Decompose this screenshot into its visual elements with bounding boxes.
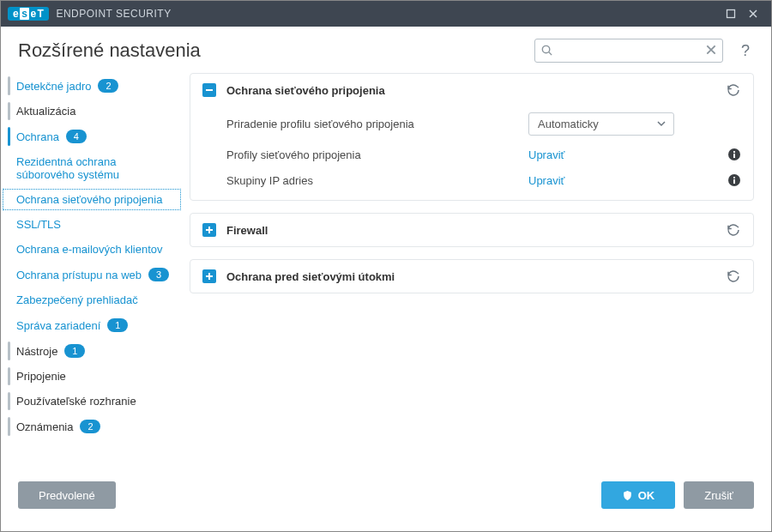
badge: 2 bbox=[98, 79, 118, 93]
rail bbox=[8, 392, 10, 410]
info-icon[interactable] bbox=[727, 173, 741, 187]
setting-label: Priradenie profilu sieťového pripojenia bbox=[226, 118, 518, 130]
sidebar-item-label: Oznámenia bbox=[16, 420, 73, 433]
help-button[interactable]: ? bbox=[737, 42, 754, 60]
edit-link[interactable]: Upraviť bbox=[528, 148, 564, 161]
rail bbox=[8, 342, 10, 360]
rail bbox=[8, 102, 10, 120]
svg-rect-8 bbox=[733, 179, 735, 184]
setting-label: Profily sieťového pripojenia bbox=[226, 148, 518, 161]
setting-row: Profily sieťového pripojeniaUpraviť bbox=[226, 142, 741, 167]
panel-network-protection: Ochrana sieťového pripojenia Priradenie … bbox=[190, 73, 754, 201]
sidebar-item-label: Používateľské rozhranie bbox=[16, 395, 136, 408]
sidebar: Detekčné jadro2AktualizáciaOchrana4Rezid… bbox=[1, 70, 183, 471]
setting-label: Skupiny IP adries bbox=[226, 174, 518, 187]
edit-link[interactable]: Upraviť bbox=[528, 174, 564, 187]
content: Ochrana sieťového pripojenia Priradenie … bbox=[183, 70, 771, 471]
badge: 1 bbox=[64, 344, 85, 358]
badge: 4 bbox=[66, 130, 87, 143]
panel-header[interactable]: Firewall bbox=[190, 214, 753, 246]
cancel-button[interactable]: Zrušiť bbox=[684, 481, 754, 509]
panel-firewall: Firewall bbox=[190, 213, 754, 247]
sidebar-item-label: Ochrana e-mailových klientov bbox=[16, 243, 163, 256]
sidebar-subitem-mail[interactable]: Ochrana e-mailových klientov bbox=[1, 237, 183, 262]
window-close-button[interactable] bbox=[742, 1, 764, 27]
window-maximize-button[interactable] bbox=[720, 1, 742, 27]
titlebar: eseT ENDPOINT SECURITY bbox=[1, 1, 771, 27]
svg-rect-13 bbox=[206, 275, 213, 277]
sidebar-item-label: Správa zariadení bbox=[16, 319, 100, 332]
sidebar-item-notif[interactable]: Oznámenia2 bbox=[1, 414, 183, 439]
rail bbox=[8, 127, 10, 146]
product-name: ENDPOINT SECURITY bbox=[56, 8, 171, 20]
panel-network-attack-protection: Ochrana pred sieťovými útokmi bbox=[190, 259, 754, 293]
shield-icon bbox=[622, 490, 633, 501]
sidebar-subitem-ssltls[interactable]: SSL/TLS bbox=[1, 212, 183, 237]
reset-icon[interactable] bbox=[726, 269, 741, 284]
select-value: Automaticky bbox=[538, 118, 599, 130]
sidebar-item-label: Detekčné jadro bbox=[16, 80, 91, 93]
sidebar-item-update[interactable]: Aktualizácia bbox=[1, 99, 183, 124]
svg-line-2 bbox=[549, 52, 552, 55]
defaults-button[interactable]: Predvolené bbox=[18, 481, 116, 509]
setting-row: Priradenie profilu sieťového pripojeniaA… bbox=[226, 106, 741, 142]
footer: Predvolené OK Zrušiť bbox=[1, 471, 771, 531]
svg-rect-3 bbox=[206, 89, 213, 91]
panel-title: Ochrana pred sieťovými útokmi bbox=[226, 270, 395, 283]
rail bbox=[8, 417, 10, 436]
sidebar-item-label: Zabezpečený prehliadač bbox=[16, 293, 138, 306]
header: Rozšírené nastavenia ? bbox=[1, 27, 771, 70]
svg-rect-5 bbox=[733, 154, 735, 158]
svg-rect-11 bbox=[206, 229, 213, 231]
sidebar-item-tools[interactable]: Nástroje1 bbox=[1, 338, 183, 364]
reset-icon[interactable] bbox=[726, 82, 741, 98]
setting-row: Skupiny IP adriesUpraviť bbox=[226, 167, 741, 193]
panel-title: Ochrana sieťového pripojenia bbox=[226, 84, 385, 97]
svg-point-1 bbox=[542, 45, 549, 52]
expand-icon bbox=[202, 223, 216, 237]
sidebar-item-label: SSL/TLS bbox=[16, 218, 61, 231]
sidebar-item-label: Rezidentná ochrana súborového systému bbox=[16, 155, 174, 181]
search-input[interactable] bbox=[534, 39, 723, 63]
chevron-down-icon bbox=[656, 118, 666, 129]
search-wrap bbox=[534, 39, 723, 63]
sidebar-item-detect[interactable]: Detekčné jadro2 bbox=[1, 73, 183, 99]
clear-search-icon[interactable] bbox=[705, 44, 717, 56]
sidebar-item-label: Ochrana sieťového pripojenia bbox=[16, 193, 162, 206]
page-title: Rozšírené nastavenia bbox=[18, 39, 521, 62]
window: eseT ENDPOINT SECURITY Rozšírené nastave… bbox=[0, 0, 772, 532]
sidebar-item-label: Pripojenie bbox=[16, 370, 66, 383]
search-icon bbox=[540, 44, 553, 57]
badge: 2 bbox=[80, 420, 100, 433]
sidebar-item-conn[interactable]: Pripojenie bbox=[1, 364, 183, 389]
ok-button[interactable]: OK bbox=[601, 481, 676, 509]
body: Detekčné jadro2AktualizáciaOchrana4Rezid… bbox=[1, 70, 771, 471]
sidebar-item-label: Ochrana bbox=[16, 130, 59, 143]
sidebar-subitem-devmgmt[interactable]: Správa zariadení1 bbox=[1, 312, 183, 338]
sidebar-subitem-web[interactable]: Ochrana prístupu na web3 bbox=[1, 262, 183, 287]
rail bbox=[8, 76, 10, 95]
sidebar-item-protect[interactable]: Ochrana4 bbox=[1, 124, 183, 149]
sidebar-subitem-browser[interactable]: Zabezpečený prehliadač bbox=[1, 287, 183, 312]
info-icon[interactable] bbox=[727, 148, 741, 161]
panel-title: Firewall bbox=[226, 224, 268, 237]
badge: 1 bbox=[107, 318, 128, 332]
ok-label: OK bbox=[638, 489, 655, 502]
panel-header[interactable]: Ochrana pred sieťovými útokmi bbox=[190, 260, 753, 293]
rail bbox=[8, 367, 10, 385]
reset-icon[interactable] bbox=[726, 222, 741, 238]
svg-rect-9 bbox=[733, 177, 735, 178]
svg-rect-6 bbox=[733, 151, 735, 153]
brand-logo: eseT bbox=[8, 7, 49, 21]
sidebar-item-label: Ochrana prístupu na web bbox=[16, 269, 142, 281]
badge: 3 bbox=[148, 268, 169, 281]
svg-rect-0 bbox=[727, 10, 735, 18]
expand-icon bbox=[202, 269, 216, 283]
sidebar-item-label: Aktualizácia bbox=[16, 105, 75, 118]
sidebar-subitem-rtfs[interactable]: Rezidentná ochrana súborového systému bbox=[1, 149, 183, 187]
profile-select[interactable]: Automaticky bbox=[528, 112, 674, 136]
sidebar-subitem-netprot[interactable]: Ochrana sieťového pripojenia bbox=[1, 187, 183, 212]
panel-header[interactable]: Ochrana sieťového pripojenia bbox=[190, 74, 753, 106]
panel-body: Priradenie profilu sieťového pripojeniaA… bbox=[190, 106, 753, 200]
sidebar-item-ui[interactable]: Používateľské rozhranie bbox=[1, 389, 183, 414]
